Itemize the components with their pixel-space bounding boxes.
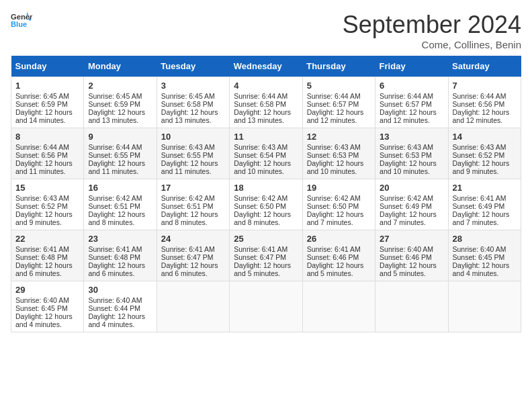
- day-info-line: Daylight: 12 hours: [307, 159, 371, 167]
- day-info-line: Sunrise: 6:42 AM: [88, 194, 152, 202]
- calendar-cell: 19Sunrise: 6:42 AMSunset: 6:50 PMDayligh…: [302, 179, 375, 230]
- day-info-line: Sunrise: 6:45 AM: [88, 92, 152, 100]
- day-info-line: Sunset: 6:48 PM: [88, 253, 152, 261]
- day-info-line: Daylight: 12 hours: [161, 108, 225, 116]
- day-number: 21: [453, 183, 517, 193]
- calendar-header-row: SundayMondayTuesdayWednesdayThursdayFrid…: [11, 56, 521, 77]
- day-info-line: Sunset: 6:53 PM: [307, 151, 371, 159]
- day-info-line: and 7 minutes.: [453, 218, 517, 226]
- day-info-line: Sunset: 6:54 PM: [234, 151, 298, 159]
- day-info-line: and 11 minutes.: [88, 167, 152, 175]
- day-info-line: Daylight: 12 hours: [307, 261, 371, 269]
- day-info-line: Sunset: 6:44 PM: [88, 304, 152, 312]
- week-row-5: 29Sunrise: 6:40 AMSunset: 6:45 PMDayligh…: [11, 281, 521, 332]
- day-info-line: Sunrise: 6:44 AM: [15, 143, 79, 151]
- day-header-saturday: Saturday: [448, 56, 521, 77]
- day-info-line: and 8 minutes.: [161, 218, 225, 226]
- day-number: 9: [88, 132, 152, 142]
- calendar-cell: 18Sunrise: 6:42 AMSunset: 6:50 PMDayligh…: [230, 179, 302, 230]
- day-info-line: Sunrise: 6:45 AM: [15, 92, 79, 100]
- day-info-line: and 8 minutes.: [234, 218, 298, 226]
- day-info-line: Sunset: 6:59 PM: [15, 100, 79, 108]
- calendar-cell: 4Sunrise: 6:44 AMSunset: 6:58 PMDaylight…: [230, 77, 302, 128]
- day-number: 8: [15, 132, 79, 142]
- day-info-line: and 4 minutes.: [453, 269, 517, 277]
- day-info-line: Sunset: 6:51 PM: [88, 202, 152, 210]
- day-info-line: Daylight: 12 hours: [88, 261, 152, 269]
- calendar-cell: 23Sunrise: 6:41 AMSunset: 6:48 PMDayligh…: [84, 230, 157, 281]
- day-header-thursday: Thursday: [302, 56, 375, 77]
- calendar-cell: 7Sunrise: 6:44 AMSunset: 6:56 PMDaylight…: [448, 77, 521, 128]
- calendar-cell: 25Sunrise: 6:41 AMSunset: 6:47 PMDayligh…: [230, 230, 302, 281]
- calendar-cell: 9Sunrise: 6:44 AMSunset: 6:55 PMDaylight…: [84, 128, 157, 179]
- logo: General Blue: [11, 11, 32, 30]
- day-info-line: Daylight: 12 hours: [15, 210, 79, 218]
- calendar-cell: 8Sunrise: 6:44 AMSunset: 6:56 PMDaylight…: [11, 128, 84, 179]
- day-number: 7: [453, 81, 517, 91]
- day-info-line: Daylight: 12 hours: [161, 261, 225, 269]
- day-info-line: Daylight: 12 hours: [380, 159, 443, 167]
- day-info-line: and 13 minutes.: [161, 116, 225, 124]
- calendar-cell: 13Sunrise: 6:43 AMSunset: 6:53 PMDayligh…: [375, 128, 448, 179]
- day-info-line: Daylight: 12 hours: [15, 261, 79, 269]
- day-info-line: Daylight: 12 hours: [307, 210, 371, 218]
- day-info-line: Daylight: 12 hours: [234, 210, 298, 218]
- day-info-line: Daylight: 12 hours: [380, 261, 443, 269]
- calendar-cell: 10Sunrise: 6:43 AMSunset: 6:55 PMDayligh…: [157, 128, 229, 179]
- calendar-cell: 11Sunrise: 6:43 AMSunset: 6:54 PMDayligh…: [230, 128, 302, 179]
- day-info-line: Daylight: 12 hours: [453, 159, 517, 167]
- day-info-line: Sunrise: 6:44 AM: [88, 143, 152, 151]
- day-info-line: Sunrise: 6:42 AM: [307, 194, 371, 202]
- day-info-line: Sunrise: 6:40 AM: [453, 245, 517, 253]
- calendar-cell: 29Sunrise: 6:40 AMSunset: 6:45 PMDayligh…: [11, 281, 84, 332]
- day-info-line: and 5 minutes.: [307, 269, 371, 277]
- day-info-line: Daylight: 12 hours: [161, 159, 225, 167]
- day-info-line: and 9 minutes.: [453, 167, 517, 175]
- calendar-cell: 5Sunrise: 6:44 AMSunset: 6:57 PMDaylight…: [302, 77, 375, 128]
- day-info-line: Sunrise: 6:40 AM: [380, 245, 443, 253]
- calendar-cell: 21Sunrise: 6:41 AMSunset: 6:49 PMDayligh…: [448, 179, 521, 230]
- day-info-line: Sunset: 6:56 PM: [15, 151, 79, 159]
- calendar-cell: 24Sunrise: 6:41 AMSunset: 6:47 PMDayligh…: [157, 230, 229, 281]
- day-info-line: Daylight: 12 hours: [234, 261, 298, 269]
- day-info-line: Sunset: 6:58 PM: [161, 100, 225, 108]
- day-number: 29: [15, 285, 79, 295]
- calendar-cell: 3Sunrise: 6:45 AMSunset: 6:58 PMDaylight…: [157, 77, 229, 128]
- calendar-cell: 6Sunrise: 6:44 AMSunset: 6:57 PMDaylight…: [375, 77, 448, 128]
- day-info-line: Sunset: 6:52 PM: [15, 202, 79, 210]
- day-info-line: Sunset: 6:50 PM: [307, 202, 371, 210]
- day-info-line: Sunrise: 6:43 AM: [307, 143, 371, 151]
- day-info-line: Sunrise: 6:44 AM: [234, 92, 298, 100]
- calendar-cell: 20Sunrise: 6:42 AMSunset: 6:49 PMDayligh…: [375, 179, 448, 230]
- calendar-cell: 12Sunrise: 6:43 AMSunset: 6:53 PMDayligh…: [302, 128, 375, 179]
- day-info-line: Sunset: 6:46 PM: [307, 253, 371, 261]
- day-number: 15: [15, 183, 79, 193]
- calendar-cell: 26Sunrise: 6:41 AMSunset: 6:46 PMDayligh…: [302, 230, 375, 281]
- day-header-sunday: Sunday: [11, 56, 84, 77]
- day-number: 10: [161, 132, 225, 142]
- day-info-line: Sunrise: 6:45 AM: [161, 92, 225, 100]
- day-number: 1: [15, 81, 79, 91]
- day-info-line: Daylight: 12 hours: [453, 108, 517, 116]
- calendar-cell: [157, 281, 229, 332]
- calendar-cell: 27Sunrise: 6:40 AMSunset: 6:46 PMDayligh…: [375, 230, 448, 281]
- day-info-line: Sunrise: 6:43 AM: [161, 143, 225, 151]
- day-info-line: Sunset: 6:57 PM: [380, 100, 443, 108]
- day-info-line: Sunset: 6:47 PM: [161, 253, 225, 261]
- day-info-line: and 14 minutes.: [15, 116, 79, 124]
- day-info-line: Sunrise: 6:40 AM: [15, 296, 79, 304]
- calendar-table: SundayMondayTuesdayWednesdayThursdayFrid…: [11, 56, 521, 332]
- day-info-line: Daylight: 12 hours: [161, 210, 225, 218]
- day-number: 12: [307, 132, 371, 142]
- day-info-line: and 4 minutes.: [15, 320, 79, 328]
- day-number: 28: [453, 234, 517, 244]
- page-header: General Blue September 2024 Come, Collin…: [11, 11, 521, 50]
- day-number: 5: [307, 81, 371, 91]
- day-info-line: Sunset: 6:56 PM: [453, 100, 517, 108]
- day-info-line: and 7 minutes.: [307, 218, 371, 226]
- day-info-line: and 12 minutes.: [380, 116, 443, 124]
- day-info-line: Sunset: 6:49 PM: [453, 202, 517, 210]
- svg-text:Blue: Blue: [11, 20, 27, 28]
- day-number: 22: [15, 234, 79, 244]
- day-info-line: Sunrise: 6:41 AM: [15, 245, 79, 253]
